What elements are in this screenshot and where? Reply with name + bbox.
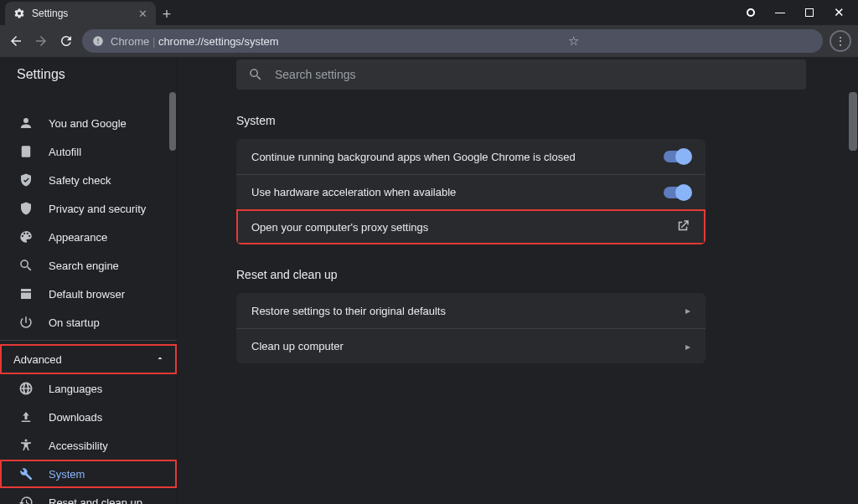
- settings-content: System Continue running background apps …: [178, 92, 858, 504]
- row-label: Use hardware acceleration when available: [251, 186, 456, 198]
- sidebar-group-advanced[interactable]: Advanced: [0, 344, 177, 374]
- url-text: Chrome | chrome://settings/system: [111, 35, 561, 48]
- sidebar-item-label: Reset and clean up: [49, 496, 142, 505]
- row-label: Clean up computer: [251, 340, 344, 352]
- site-info-icon[interactable]: [92, 35, 104, 47]
- sidebar-item-label: Accessibility: [49, 440, 108, 452]
- sidebar-item-label: Appearance: [49, 231, 107, 244]
- sidebar-item-label: Search engine: [49, 260, 119, 272]
- section-title: Reset and clean up: [236, 268, 706, 281]
- gear-icon: [13, 8, 25, 19]
- browser-icon: [18, 286, 34, 301]
- record-icon: [747, 8, 755, 17]
- close-window-button[interactable]: ✕: [834, 5, 845, 20]
- browser-toolbar: Chrome | chrome://settings/system ☆ ⋮: [0, 25, 858, 57]
- back-button[interactable]: [7, 33, 25, 49]
- external-link-icon: [675, 219, 690, 236]
- download-icon: [18, 409, 34, 424]
- sidebar-item-label: Languages: [49, 383, 102, 395]
- forward-button[interactable]: [32, 33, 50, 49]
- titlebar: Settings ✕ + ✕: [0, 0, 858, 25]
- row-label: Restore settings to their original defau…: [251, 305, 446, 317]
- minimize-button[interactable]: [775, 13, 785, 13]
- chevron-right-icon: ▸: [685, 305, 690, 316]
- search-row: [178, 57, 858, 92]
- row-background-apps: Continue running background apps when Go…: [236, 139, 706, 174]
- section-system: System Continue running background apps …: [236, 114, 706, 244]
- sidebar-item-downloads[interactable]: Downloads: [0, 403, 177, 431]
- page-title: Settings: [0, 57, 177, 92]
- search-settings-box[interactable]: [236, 59, 806, 90]
- restore-icon: [18, 495, 34, 504]
- new-tab-button[interactable]: +: [156, 3, 178, 25]
- search-icon: [248, 67, 263, 82]
- sidebar-item-label: Privacy and security: [49, 203, 146, 215]
- sidebar-item-on-startup[interactable]: On startup: [0, 308, 177, 337]
- sidebar-item-autofill[interactable]: Autofill: [0, 137, 177, 166]
- sidebar-item-label: Default browser: [49, 288, 125, 301]
- clipboard-icon: [18, 144, 34, 159]
- sidebar-item-safety-check[interactable]: Safety check: [0, 166, 177, 194]
- sidebar-item-accessibility[interactable]: Accessibility: [0, 431, 177, 460]
- row-label: Continue running background apps when Go…: [251, 151, 576, 163]
- settings-page: Settings You and Google Autofill Safety …: [0, 57, 858, 504]
- sidebar-item-label: On startup: [49, 316, 100, 329]
- sidebar-group-label: Advanced: [13, 353, 62, 366]
- row-hardware-acceleration: Use hardware acceleration when available: [236, 174, 706, 209]
- globe-icon: [18, 381, 34, 396]
- sidebar-item-default-browser[interactable]: Default browser: [0, 280, 177, 308]
- sidebar-item-languages[interactable]: Languages: [0, 374, 177, 403]
- chevron-up-icon: [155, 353, 165, 366]
- sidebar-divider: [0, 340, 177, 341]
- section-title: System: [236, 114, 706, 127]
- sidebar-item-reset[interactable]: Reset and clean up: [0, 488, 177, 504]
- palette-icon: [18, 229, 34, 244]
- sidebar: Settings You and Google Autofill Safety …: [0, 57, 178, 504]
- sidebar-item-label: Autofill: [49, 146, 81, 158]
- sidebar-scroll[interactable]: You and Google Autofill Safety check Pri…: [0, 92, 177, 504]
- sidebar-item-label: You and Google: [49, 117, 127, 130]
- wrench-icon: [18, 466, 34, 481]
- toggle-background-apps[interactable]: [664, 151, 690, 162]
- browser-tab[interactable]: Settings ✕: [5, 2, 156, 25]
- browser-menu-button[interactable]: ⋮: [830, 30, 851, 52]
- sidebar-item-search-engine[interactable]: Search engine: [0, 251, 177, 280]
- toggle-hardware-acceleration[interactable]: [664, 187, 690, 198]
- close-tab-icon[interactable]: ✕: [138, 8, 147, 19]
- sidebar-item-privacy[interactable]: Privacy and security: [0, 194, 177, 223]
- sidebar-scrollbar-thumb[interactable]: [169, 92, 176, 151]
- tab-title: Settings: [32, 8, 68, 19]
- power-icon: [18, 315, 34, 330]
- row-label: Open your computer's proxy settings: [251, 221, 428, 234]
- system-card: Continue running background apps when Go…: [236, 139, 706, 244]
- shield-icon: [18, 201, 34, 216]
- sidebar-item-you-and-google[interactable]: You and Google: [0, 109, 177, 137]
- reload-button[interactable]: [57, 33, 75, 49]
- row-proxy-settings[interactable]: Open your computer's proxy settings: [236, 209, 706, 244]
- sidebar-item-system[interactable]: System: [0, 460, 177, 488]
- search-icon: [18, 258, 34, 273]
- sidebar-item-appearance[interactable]: Appearance: [0, 223, 177, 251]
- sidebar-item-label: Downloads: [49, 411, 102, 424]
- accessibility-icon: [18, 438, 34, 453]
- address-bar[interactable]: Chrome | chrome://settings/system ☆: [82, 29, 823, 53]
- maximize-button[interactable]: [805, 8, 814, 17]
- sidebar-item-label: System: [49, 468, 85, 481]
- shield-check-icon: [18, 172, 34, 188]
- sidebar-item-label: Safety check: [49, 174, 111, 187]
- search-input[interactable]: [275, 68, 794, 81]
- row-clean-up-computer[interactable]: Clean up computer ▸: [236, 328, 706, 363]
- chevron-right-icon: ▸: [685, 341, 690, 352]
- section-reset: Reset and clean up Restore settings to t…: [236, 268, 706, 363]
- main-content: System Continue running background apps …: [178, 57, 858, 504]
- main-scrollbar-thumb[interactable]: [849, 92, 857, 151]
- person-icon: [18, 116, 34, 131]
- row-restore-defaults[interactable]: Restore settings to their original defau…: [236, 293, 706, 328]
- reset-card: Restore settings to their original defau…: [236, 293, 706, 363]
- window-controls: ✕: [747, 0, 858, 25]
- bookmark-star-icon[interactable]: ☆: [568, 33, 579, 49]
- sidebar-nav: You and Google Autofill Safety check Pri…: [0, 92, 177, 504]
